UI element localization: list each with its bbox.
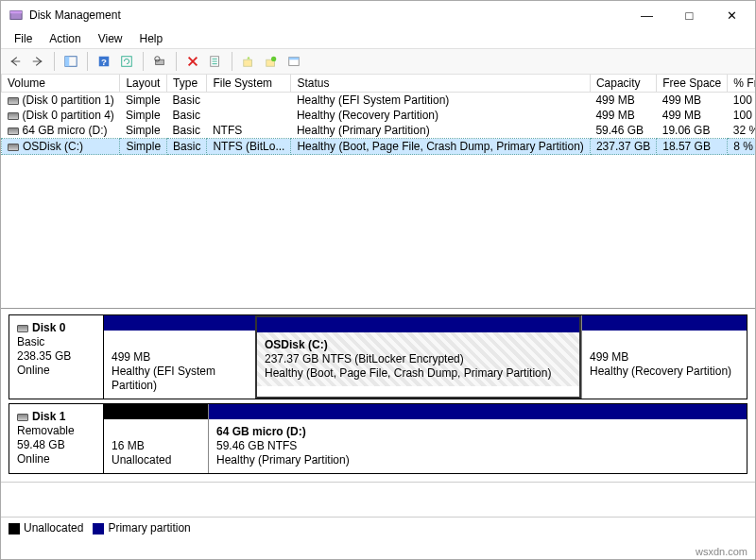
svg-rect-10 [244,59,252,66]
disk1-unallocated[interactable]: 16 MBUnallocated [104,404,208,473]
menubar: File Action View Help [1,29,755,48]
svg-rect-3 [65,57,69,67]
toolbar-separator [143,52,144,71]
legend-primary: Primary partition [108,521,190,535]
window-title: Disk Management [29,8,626,22]
maximize-button[interactable]: □ [668,2,711,28]
disk-1-info: Disk 1 Removable 59.48 GB Online [9,404,104,473]
menu-file[interactable]: File [7,30,40,47]
col-status[interactable]: Status [291,75,590,93]
wizard-button-2[interactable] [261,51,282,72]
properties-button[interactable] [205,51,226,72]
disk0-partition-1[interactable]: 499 MBHealthy (EFI System Partition) [104,315,255,399]
wizard-button-1[interactable] [238,51,259,72]
rescan-button[interactable] [149,51,170,72]
col-fs[interactable]: File System [207,75,291,93]
back-button[interactable] [5,51,26,72]
legend-unallocated: Unallocated [24,521,83,535]
svg-rect-6 [122,57,132,67]
disk1-partition-micro[interactable]: 64 GB micro (D:)59.46 GB NTFSHealthy (Pr… [208,404,747,473]
titlebar: Disk Management — □ ✕ [1,1,755,29]
disk0-partition-osdisk[interactable]: OSDisk (C:)237.37 GB NTFS (BitLocker Enc… [255,315,581,399]
disk-0-row[interactable]: Disk 0 Basic 238.35 GB Online 499 MBHeal… [9,314,747,399]
delete-button[interactable] [182,51,203,72]
menu-action[interactable]: Action [42,30,88,47]
volume-list[interactable]: Volume Layout Type File System Status Ca… [1,75,755,309]
show-hide-button[interactable] [60,51,81,72]
svg-rect-7 [156,59,164,64]
disk0-partition-recovery[interactable]: 499 MBHealthy (Recovery Partition) [581,315,747,399]
col-type[interactable]: Type [167,75,207,93]
toolbar-separator [87,52,88,71]
volume-row[interactable]: (Disk 0 partition 4)SimpleBasicHealthy (… [2,108,756,123]
toolbar-separator [232,52,232,71]
disk-icon [17,325,28,332]
close-button[interactable]: ✕ [711,2,753,28]
svg-rect-14 [289,58,300,60]
col-pct[interactable]: % Free [728,75,755,93]
disk-0-info: Disk 0 Basic 238.35 GB Online [9,315,104,399]
volume-row[interactable]: OSDisk (C:)SimpleBasicNTFS (BitLo...Heal… [2,139,756,155]
toolbar: ? [1,48,755,75]
col-volume[interactable]: Volume [2,75,120,93]
svg-rect-1 [10,11,22,14]
help-button[interactable]: ? [94,51,114,72]
disk-icon [17,414,28,421]
watermark: wsxdn.com [696,546,747,557]
col-free[interactable]: Free Space [657,75,728,93]
col-capacity[interactable]: Capacity [590,75,656,93]
toolbar-separator [54,52,55,71]
toolbar-separator [176,52,177,71]
wizard-button-3[interactable] [284,51,304,72]
volume-row[interactable]: 64 GB micro (D:)SimpleBasicNTFSHealthy (… [2,123,756,139]
disk-1-row[interactable]: Disk 1 Removable 59.48 GB Online 16 MBUn… [9,403,747,474]
app-icon [9,8,24,23]
minimize-button[interactable]: — [626,2,668,28]
svg-text:?: ? [101,57,107,67]
legend: Unallocated Primary partition [1,517,755,538]
svg-point-12 [271,57,276,61]
volume-row[interactable]: (Disk 0 partition 1)SimpleBasicHealthy (… [2,93,756,109]
refresh-button[interactable] [116,51,137,72]
disk-map: Disk 0 Basic 238.35 GB Online 499 MBHeal… [1,309,755,483]
menu-view[interactable]: View [91,30,130,47]
menu-help[interactable]: Help [132,30,171,47]
col-layout[interactable]: Layout [120,75,167,93]
forward-button[interactable] [27,51,48,72]
